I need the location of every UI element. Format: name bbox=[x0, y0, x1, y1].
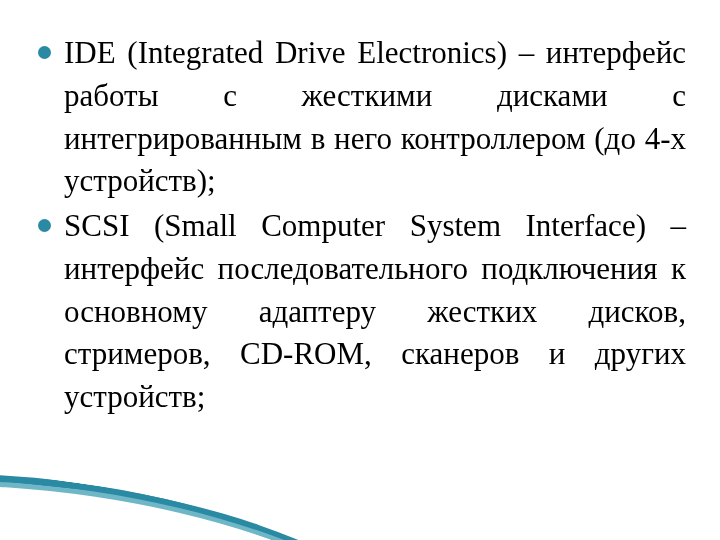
content-area: IDE (Integrated Drive Electronics) – инт… bbox=[34, 32, 686, 500]
bullet-text: SCSI (Small Computer System Interface) –… bbox=[64, 208, 686, 414]
bullet-text: IDE (Integrated Drive Electronics) – инт… bbox=[64, 35, 686, 198]
bullet-list: IDE (Integrated Drive Electronics) – инт… bbox=[34, 32, 686, 419]
list-item: SCSI (Small Computer System Interface) –… bbox=[34, 205, 686, 419]
slide: IDE (Integrated Drive Electronics) – инт… bbox=[0, 0, 720, 540]
list-item: IDE (Integrated Drive Electronics) – инт… bbox=[34, 32, 686, 203]
